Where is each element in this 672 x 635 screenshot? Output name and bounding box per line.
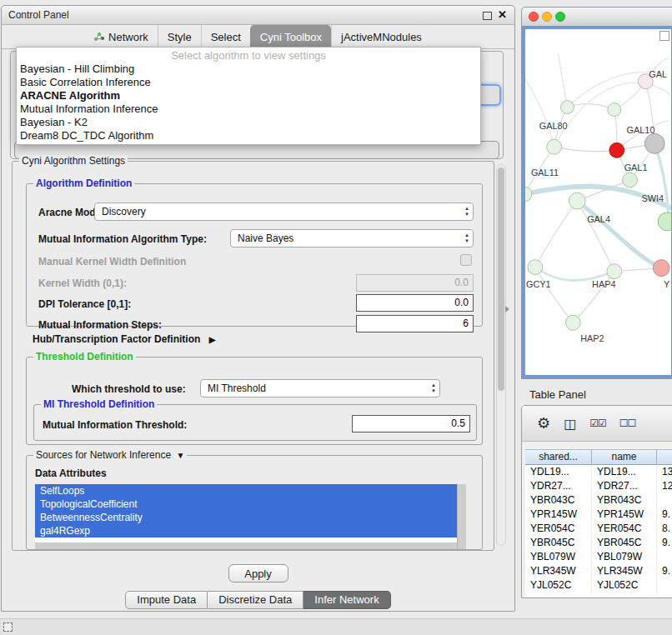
apply-button[interactable]: Apply — [228, 564, 288, 582]
network-edge — [567, 104, 614, 110]
network-edge — [554, 147, 617, 151]
dpi-tolerance-field[interactable]: 0.0 — [356, 294, 474, 312]
tab-impute-data[interactable]: Impute Data — [125, 591, 208, 609]
aracne-mode-combo[interactable]: Discovery ▲▼ — [94, 202, 474, 221]
table-row[interactable]: YDL19...YDL19...13 — [525, 465, 672, 479]
table-row[interactable]: YBR043CYBR043C — [525, 493, 672, 508]
network-node[interactable] — [644, 133, 664, 153]
column-header-2[interactable] — [657, 449, 672, 465]
network-window-titlebar[interactable] — [522, 8, 672, 27]
collapse-triangle-icon[interactable]: ▼ — [176, 451, 184, 460]
table-cell: YLR345W — [592, 564, 657, 578]
node-label: GAL4 — [587, 214, 610, 224]
table-cell — [657, 550, 672, 564]
control-panel-titlebar[interactable]: Control Panel ✕ — [2, 6, 514, 25]
tab-infer-network[interactable]: Infer Network — [303, 591, 390, 609]
algorithm-option-mutual-information-inference[interactable]: Mutual Information Inference — [17, 102, 480, 116]
tab-discretize-data[interactable]: Discretize Data — [208, 591, 303, 609]
node-label: HAP4 — [592, 279, 615, 289]
algorithm-option-bayesian-k2[interactable]: Bayesian - K2 — [17, 116, 480, 129]
table-cell: YJL052C — [525, 578, 592, 592]
node-label: HAP2 — [580, 333, 604, 343]
attribute-item-topologicalcoefficient[interactable]: TopologicalCoefficient — [35, 498, 457, 511]
mi-threshold-field[interactable]: 0.5 — [352, 415, 470, 432]
list-vertical-scrollbar[interactable] — [457, 484, 466, 549]
hub-definition-label: Hub/Transcription Factor Definition — [33, 333, 200, 345]
table-cell: 8. — [657, 522, 672, 536]
network-edge — [535, 201, 577, 268]
table-cell: 9. — [657, 508, 672, 522]
table-row[interactable]: YER054CYER054C8. — [525, 522, 672, 536]
table-row[interactable]: YBL079WYBL079W — [525, 550, 672, 564]
control-panel-window: Control Panel ✕ NetworkStyleSelectCyni T… — [1, 5, 515, 612]
gear-icon[interactable]: ⚙ — [537, 414, 550, 432]
data-attributes-list[interactable]: SelfLoopsTopologicalCoefficientBetweenne… — [35, 484, 466, 549]
window-title: Control Panel — [8, 9, 69, 21]
minimized-panel-icon[interactable] — [3, 622, 13, 632]
node-table: shared...name YDL19...YDL19...13YDR27...… — [525, 449, 672, 598]
deselect-all-icon[interactable]: ☐☐ — [619, 418, 636, 429]
attribute-item-selfloops[interactable]: SelfLoops — [35, 484, 457, 498]
which-threshold-combo[interactable]: MI Threshold ▲▼ — [200, 379, 440, 398]
table-row[interactable]: YJL052CYJL052C — [525, 578, 672, 592]
network-node[interactable] — [565, 315, 580, 330]
network-edge — [577, 201, 614, 272]
list-horizontal-scrollbar[interactable] — [35, 542, 457, 549]
table-row[interactable]: YBR045CYBR045C9. — [525, 536, 672, 550]
table-header-row: shared...name — [525, 449, 672, 465]
network-node[interactable] — [569, 192, 585, 209]
mi-threshold-label: Mutual Information Threshold: — [43, 419, 187, 431]
network-node[interactable] — [547, 139, 562, 154]
minimize-traffic-light-icon[interactable] — [542, 12, 552, 22]
network-node[interactable] — [525, 187, 532, 202]
table-row[interactable]: YLR345WYLR345W9. — [525, 564, 672, 578]
algorithm-option-aracne-algorithm[interactable]: ARACNE Algorithm — [17, 89, 480, 102]
manual-kernel-checkbox[interactable] — [460, 254, 472, 266]
tab-cyni-toolbox[interactable]: Cyni Toolbox — [250, 25, 331, 48]
kernel-width-field[interactable]: 0.0 — [356, 274, 474, 292]
tab-jactivemnodules[interactable]: jActiveMNodules — [331, 25, 431, 48]
network-node[interactable] — [623, 172, 638, 188]
column-header-shared[interactable]: shared... — [525, 449, 592, 465]
scrollbar-thumb[interactable] — [498, 168, 504, 391]
settings-scrollbar[interactable] — [496, 164, 506, 546]
network-node[interactable] — [653, 260, 669, 277]
tab-style[interactable]: Style — [158, 25, 201, 48]
algorithm-option-bayesian-hill-climbing[interactable]: Bayesian - Hill Climbing — [17, 62, 480, 76]
network-node[interactable] — [607, 264, 622, 279]
algorithm-dropdown: Select algorithm to view settings Bayesi… — [16, 47, 481, 145]
table-cell: YER054C — [525, 522, 592, 536]
algorithm-option-basic-correlation-inference[interactable]: Basic Correlation Inference — [17, 76, 480, 89]
network-node[interactable] — [561, 101, 574, 114]
network-node[interactable] — [608, 103, 621, 117]
close-traffic-light-icon[interactable] — [529, 12, 539, 22]
table-row[interactable]: YPR145WYPR145W9. — [525, 508, 672, 522]
zoom-traffic-light-icon[interactable] — [555, 12, 565, 22]
network-node[interactable] — [528, 260, 543, 275]
overview-box[interactable] — [659, 31, 669, 41]
tab-select[interactable]: Select — [201, 25, 250, 48]
network-canvas[interactable]: GAL80GAL10GAL11GAL1SWI4GAL4GCY1HAP4HAP2G… — [525, 29, 671, 375]
column-header-name[interactable]: name — [592, 449, 657, 465]
mi-threshold-group-title: MI Threshold Definition — [41, 398, 157, 410]
algorithm-option-dream8-dc-tdc-algorithm[interactable]: Dream8 DC_TDC Algorithm — [17, 129, 480, 142]
mi-steps-field[interactable]: 6 — [356, 315, 474, 332]
network-node[interactable] — [609, 142, 624, 158]
select-all-icon[interactable]: ☑☑ — [589, 418, 606, 429]
network-node[interactable] — [658, 212, 671, 231]
table-cell: YPR145W — [525, 508, 592, 522]
close-icon[interactable]: ✕ — [498, 8, 507, 21]
split-pane-arrow[interactable] — [505, 306, 509, 312]
table-cell: 12 — [657, 479, 672, 493]
table-cell: YJL052C — [592, 578, 657, 592]
tab-network[interactable]: Network — [85, 25, 158, 48]
attribute-item-betweennesscentrality[interactable]: BetweennessCentrality — [35, 511, 457, 524]
aracne-mode-value: Discovery — [102, 206, 146, 218]
float-window-icon[interactable] — [483, 12, 492, 20]
mi-type-combo[interactable]: Naive Bayes ▲▼ — [230, 229, 474, 248]
expand-triangle-icon[interactable]: ▶ — [209, 335, 216, 344]
columns-icon[interactable]: ◫ — [564, 416, 576, 432]
table-row[interactable]: YDR27...YDR27...12 — [525, 479, 672, 493]
attribute-item-gal4rgexp[interactable]: gal4RGexp — [35, 524, 457, 538]
hub-definition-toggle[interactable]: Hub/Transcription Factor Definition ▶ — [33, 333, 215, 345]
